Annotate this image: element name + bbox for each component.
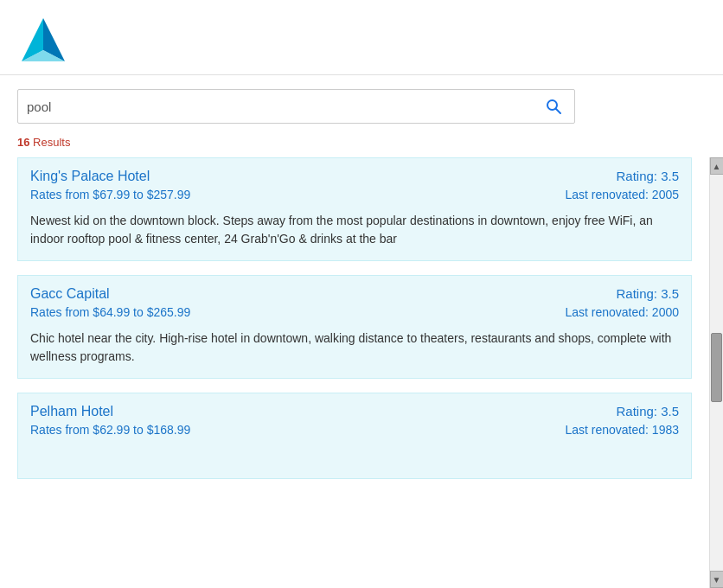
scrollbar: ▲ ▼	[709, 157, 723, 588]
results-number: 16	[17, 136, 29, 149]
scrollbar-thumb[interactable]	[711, 333, 722, 402]
hotel-rates: Rates from $64.99 to $265.99	[30, 305, 190, 319]
results-list: King's Palace Hotel Rating: 3.5 Rates fr…	[0, 157, 709, 588]
hotel-renovated: Last renovated: 2000	[565, 305, 679, 319]
scrollbar-up-button[interactable]: ▲	[710, 157, 724, 175]
hotel-subheader: Rates from $62.99 to $168.99 Last renova…	[18, 423, 691, 444]
hotel-card-header: Gacc Capital Rating: 3.5	[18, 276, 691, 305]
search-section	[0, 75, 723, 131]
search-bar	[17, 89, 575, 124]
hotel-card: Gacc Capital Rating: 3.5 Rates from $64.…	[17, 275, 692, 379]
hotel-name[interactable]: King's Palace Hotel	[30, 169, 150, 183]
hotel-card: Pelham Hotel Rating: 3.5 Rates from $62.…	[17, 393, 692, 479]
hotel-description: Newest kid on the downtown block. Steps …	[18, 208, 691, 260]
hotel-rates: Rates from $62.99 to $168.99	[30, 423, 190, 437]
hotel-description: Chic hotel near the city. High-rise hote…	[18, 326, 691, 378]
hotel-card: King's Palace Hotel Rating: 3.5 Rates fr…	[17, 157, 692, 261]
hotel-card-header: Pelham Hotel Rating: 3.5	[18, 393, 691, 423]
hotel-renovated: Last renovated: 2005	[565, 188, 679, 201]
scrollbar-track-area	[710, 175, 723, 571]
hotel-subheader: Rates from $64.99 to $265.99 Last renova…	[18, 305, 691, 326]
scrollbar-down-button[interactable]: ▼	[710, 571, 724, 588]
search-icon	[545, 98, 562, 115]
results-label: Results	[33, 136, 70, 149]
results-count: 16 Results	[0, 131, 723, 157]
hotel-name[interactable]: Pelham Hotel	[30, 404, 113, 419]
search-input[interactable]	[27, 99, 541, 114]
hotel-rating: Rating: 3.5	[616, 169, 679, 183]
hotel-rating: Rating: 3.5	[616, 286, 679, 301]
hotel-name[interactable]: Gacc Capital	[30, 286, 110, 301]
hotel-subheader: Rates from $67.99 to $257.99 Last renova…	[18, 188, 691, 208]
hotel-rating: Rating: 3.5	[616, 404, 679, 419]
hotel-rates: Rates from $67.99 to $257.99	[30, 188, 190, 201]
page-header	[0, 0, 723, 75]
hotel-card-header: King's Palace Hotel Rating: 3.5	[18, 158, 691, 188]
hotel-renovated: Last renovated: 1983	[565, 423, 679, 437]
search-button[interactable]	[541, 94, 566, 118]
logo	[17, 14, 69, 66]
main-content: King's Palace Hotel Rating: 3.5 Rates fr…	[0, 157, 723, 588]
svg-line-4	[556, 109, 561, 114]
